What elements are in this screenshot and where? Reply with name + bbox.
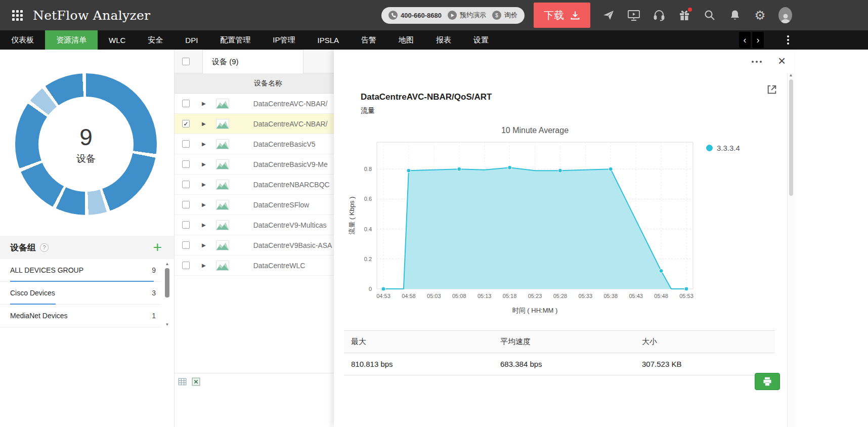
device-count-label: 设备 — [76, 152, 96, 165]
help-icon[interactable]: ? — [40, 243, 49, 252]
demo-label: 预约演示 — [460, 11, 486, 20]
group-row[interactable]: Cisco Devices3 — [0, 282, 161, 305]
row-checkbox[interactable] — [182, 140, 190, 148]
device-row[interactable]: ▶DataCentreBasicV9-Me — [175, 154, 334, 175]
select-all-checkbox[interactable] — [182, 58, 190, 65]
device-tab-bar: 设备 (9) — [175, 50, 334, 73]
expand-arrow-icon[interactable]: ▶ — [202, 121, 206, 126]
tab-traffic[interactable]: 流量 — [361, 106, 375, 115]
sidebar-scrollbar: ▲ ▼ — [164, 262, 170, 327]
row-checkbox[interactable] — [182, 241, 190, 249]
popout-icon[interactable] — [766, 84, 777, 95]
gear-icon[interactable]: ⚙ — [753, 9, 767, 22]
group-count: 9 — [152, 266, 156, 274]
close-icon[interactable]: × — [775, 52, 789, 70]
device-row[interactable]: ▶DataCentreV9-Multicas — [175, 215, 334, 235]
search-icon[interactable] — [703, 9, 716, 22]
app-grid-icon[interactable] — [12, 10, 23, 21]
row-checkbox[interactable] — [182, 120, 190, 127]
chart-title: 10 Minute Average — [377, 123, 693, 138]
svg-text:05:03: 05:03 — [427, 293, 441, 299]
row-checkbox[interactable] — [182, 160, 190, 168]
row-checkbox[interactable] — [182, 262, 190, 269]
add-group-button[interactable]: + — [153, 240, 162, 255]
device-row[interactable]: ▶DataCentreV9Basic-ASA — [175, 235, 334, 255]
demo-link[interactable]: 预约演示 — [448, 11, 486, 20]
nav-item[interactable]: 报表 — [425, 30, 462, 50]
netflow-analyzer-app: NetFlow Analyzer 400-660-8680 预约演示 $ 询价 — [0, 0, 868, 427]
expand-arrow-icon[interactable]: ▶ — [202, 101, 206, 106]
legend-label: 3.3.3.4 — [717, 144, 740, 152]
device-row[interactable]: ▶DataCentreNBARCBQC — [175, 175, 334, 195]
nav-item[interactable]: 安全 — [137, 30, 174, 50]
table-view-icon[interactable] — [178, 377, 187, 386]
svg-text:05:53: 05:53 — [679, 293, 693, 299]
nav-item[interactable]: IPSLA — [307, 30, 351, 50]
device-row[interactable]: ▶DataCentreAVC-NBAR/ — [175, 114, 334, 134]
device-donut-chart[interactable]: 9 设备 — [15, 73, 157, 215]
group-row[interactable]: MediaNet Devices1 — [0, 305, 161, 327]
nav-items: 仪表板资源清单WLC安全DPI配置管理IP管理IPSLA告警地图报表设置 — [0, 30, 500, 50]
svg-text:04:58: 04:58 — [402, 293, 416, 299]
nav-item[interactable]: 告警 — [350, 30, 387, 50]
nav-item[interactable]: WLC — [98, 30, 137, 50]
tab-devices[interactable]: 设备 (9) — [202, 50, 303, 73]
device-row[interactable]: ▶DataCentreAVC-NBAR/ — [175, 94, 334, 114]
row-checkbox[interactable] — [182, 100, 190, 107]
detail-scroll-up-icon[interactable]: ▲ — [789, 73, 793, 77]
nav-back-arrow[interactable]: ‹ — [739, 32, 751, 48]
nav-item[interactable]: DPI — [174, 30, 209, 50]
expand-arrow-icon[interactable]: ▶ — [202, 141, 206, 147]
nav-more-icon[interactable] — [785, 33, 791, 47]
detail-scrollbar-thumb[interactable] — [789, 79, 793, 196]
nav-forward-arrow[interactable]: › — [752, 32, 764, 48]
expand-arrow-icon[interactable]: ▶ — [202, 182, 206, 187]
expand-arrow-icon[interactable]: ▶ — [202, 263, 206, 268]
expand-arrow-icon[interactable]: ▶ — [202, 202, 206, 207]
download-button[interactable]: 下载 — [534, 3, 590, 28]
avatar[interactable] — [778, 9, 792, 22]
device-type-icon — [216, 200, 229, 210]
stats-value-row: 810.813 bps683.384 bps307.523 KB — [344, 353, 775, 375]
device-row[interactable]: ▶DataCentreSFlow — [175, 195, 334, 215]
row-checkbox[interactable] — [182, 201, 190, 208]
svg-text:05:13: 05:13 — [478, 293, 492, 299]
svg-text:05:33: 05:33 — [579, 293, 593, 299]
group-row[interactable]: ALL DEVICES GROUP9 — [0, 259, 161, 282]
quote-link[interactable]: $ 询价 — [492, 11, 517, 20]
phone-contact[interactable]: 400-660-8680 — [388, 11, 442, 20]
scrollbar-thumb[interactable] — [165, 268, 169, 297]
expand-arrow-icon[interactable]: ▶ — [202, 242, 206, 248]
expand-arrow-icon[interactable]: ▶ — [202, 222, 206, 228]
row-checkbox[interactable] — [182, 221, 190, 229]
nav-item[interactable]: 设置 — [462, 30, 500, 50]
scroll-up-icon[interactable]: ▲ — [165, 262, 169, 266]
nav-item[interactable]: 配置管理 — [209, 30, 262, 50]
nav-item[interactable]: 仪表板 — [0, 30, 45, 50]
send-icon[interactable] — [601, 9, 615, 22]
gift-icon[interactable] — [677, 9, 691, 22]
device-row[interactable]: ▶DataCentreWLC — [175, 255, 334, 276]
stat-header: 平均速度 — [493, 337, 635, 347]
chart-legend[interactable]: 3.3.3.4 — [706, 144, 740, 152]
row-checkbox[interactable] — [182, 181, 190, 188]
nav-item[interactable]: 资源清单 — [45, 30, 98, 50]
device-detail-title: DataCentreAVC-NBAR/QoS/ART — [361, 92, 492, 102]
device-type-icon — [216, 220, 229, 230]
device-row[interactable]: ▶DataCentreBasicV5 — [175, 134, 334, 154]
svg-text:05:28: 05:28 — [553, 293, 568, 299]
scroll-down-icon[interactable]: ▼ — [165, 323, 169, 327]
print-button[interactable] — [755, 373, 780, 390]
headset-icon[interactable] — [652, 9, 666, 22]
presentation-icon[interactable] — [627, 9, 640, 22]
nav-item[interactable]: 地图 — [387, 30, 425, 50]
excel-export-icon[interactable] — [192, 377, 200, 386]
svg-text:流量 ( Kbps ): 流量 ( Kbps ) — [348, 196, 356, 234]
traffic-area-chart: 00.20.40.60.804:5304:5805:0305:0805:1305… — [334, 138, 708, 315]
bell-icon[interactable] — [728, 9, 742, 22]
expand-arrow-icon[interactable]: ▶ — [202, 161, 206, 167]
more-options-icon[interactable] — [749, 58, 765, 66]
nav-item[interactable]: IP管理 — [262, 30, 306, 50]
printer-icon — [762, 376, 773, 387]
stat-value: 810.813 bps — [344, 360, 493, 368]
